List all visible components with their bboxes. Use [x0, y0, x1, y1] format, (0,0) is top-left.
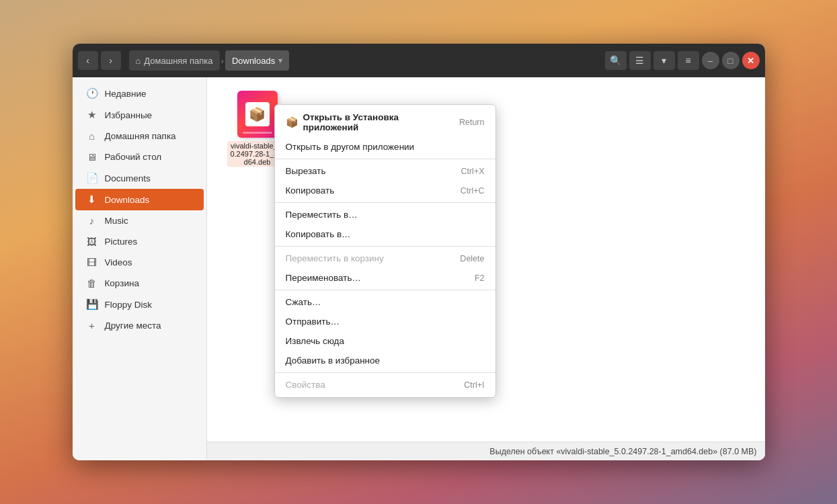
sidebar-item-other[interactable]: +Другие места [75, 315, 204, 336]
view-dropdown-button[interactable]: ▾ [653, 51, 675, 70]
recent-icon: 🕐 [86, 87, 98, 99]
sidebar-item-music[interactable]: ♪Music [75, 210, 204, 231]
ctx-label-send: Отправить… [286, 317, 340, 327]
ctx-label-rename: Переименовать… [286, 273, 361, 283]
menu-button[interactable]: ≡ [678, 51, 699, 70]
sidebar-label-trash: Корзина [105, 278, 139, 288]
sidebar-label-music: Music [105, 216, 128, 226]
file-manager-window: ‹ › ⌂ Домашняя папка › Downloads ▾ 🔍 ☰ ▾ [73, 44, 765, 460]
ctx-item-add-starred[interactable]: Добавить в избранное [275, 351, 495, 370]
ctx-item-rename[interactable]: Переименовать…F2 [275, 268, 495, 288]
ctx-label-compress: Сжать… [286, 297, 321, 307]
starred-icon: ★ [86, 109, 98, 121]
crumb-label: Downloads [232, 56, 275, 66]
ctx-label-cut: Вырезать [286, 166, 326, 176]
pictures-icon: 🖼 [86, 236, 98, 247]
ctx-shortcut-properties: Ctrl+I [464, 380, 484, 390]
ctx-label-properties: Свойства [286, 380, 325, 390]
deb-icon-inner: 📦 [245, 102, 270, 126]
ctx-item-send[interactable]: Отправить… [275, 312, 495, 331]
ctx-label-open-other: Открыть в другом приложении [286, 142, 415, 152]
ctx-shortcut-copy: Ctrl+C [461, 186, 485, 196]
list-view-button[interactable]: ☰ [629, 51, 651, 70]
context-menu: 📦Открыть в Установка приложенийReturnОтк… [274, 104, 496, 398]
sidebar-item-home[interactable]: ⌂Домашняя папка [75, 126, 204, 146]
sidebar-label-other: Другие места [105, 321, 161, 331]
sidebar-item-starred[interactable]: ★Избранные [75, 104, 204, 126]
status-text: Выделен объект «vivaldi-stable_5.0.2497.… [489, 447, 756, 456]
statusbar: Выделен объект «vivaldi-stable_5.0.2497.… [207, 442, 765, 460]
breadcrumb: ⌂ Домашняя папка › Downloads ▾ [129, 50, 362, 71]
deb-file-icon: 📦 [237, 91, 278, 138]
close-button[interactable]: ✕ [742, 52, 760, 69]
breadcrumb-separator: › [220, 56, 225, 66]
ctx-item-extract[interactable]: Извлечь сюда [275, 331, 495, 351]
other-icon: + [86, 320, 98, 331]
documents-icon: 📄 [86, 172, 98, 184]
ctx-label-extract: Извлечь сюда [286, 336, 344, 346]
sidebar-item-recent[interactable]: 🕐Недавние [75, 83, 204, 104]
sidebar-label-starred: Избранные [105, 110, 153, 120]
ctx-shortcut-cut: Ctrl+X [461, 167, 484, 176]
trash-icon: 🗑 [86, 278, 98, 289]
sidebar: 🕐Недавние★Избранные⌂Домашняя папка🖥Рабоч… [73, 77, 207, 460]
ctx-item-move-to[interactable]: Переместить в… [275, 205, 495, 224]
chevron-down-icon: ▾ [662, 55, 666, 66]
music-icon: ♪ [86, 215, 98, 226]
ctx-item-trash: Переместить в корзинуDelete [275, 249, 495, 268]
downloads-breadcrumb-button[interactable]: Downloads ▾ [225, 50, 289, 71]
sep2 [275, 202, 495, 203]
home-label: Домашняя папка [144, 56, 212, 66]
ctx-item-copy[interactable]: КопироватьCtrl+C [275, 181, 495, 200]
sidebar-item-trash[interactable]: 🗑Корзина [75, 273, 204, 294]
chevron-down-icon: ▾ [278, 56, 282, 65]
sidebar-label-desktop: Рабочий стол [105, 152, 162, 162]
sidebar-label-videos: Videos [105, 257, 132, 267]
sep4 [275, 290, 495, 290]
sidebar-item-downloads[interactable]: ⬇Downloads [75, 189, 204, 210]
hamburger-icon: ≡ [685, 55, 690, 66]
ctx-item-cut[interactable]: ВырезатьCtrl+X [275, 161, 495, 181]
home-icon: ⌂ [136, 56, 141, 66]
ctx-item-open-installer[interactable]: 📦Открыть в Установка приложенийReturn [275, 108, 495, 137]
sidebar-label-floppy: Floppy Disk [105, 300, 153, 310]
ctx-label-open-installer: Открыть в Установка приложений [303, 112, 454, 132]
ctx-shortcut-trash: Delete [460, 254, 484, 263]
list-view-icon: ☰ [635, 55, 644, 66]
ctx-item-compress[interactable]: Сжать… [275, 292, 495, 312]
sep3 [275, 246, 495, 247]
ctx-item-open-other[interactable]: Открыть в другом приложении [275, 137, 495, 157]
sep5 [275, 372, 495, 373]
sidebar-label-pictures: Pictures [105, 237, 138, 247]
sidebar-label-recent: Недавние [105, 89, 147, 99]
sidebar-item-documents[interactable]: 📄Documents [75, 167, 204, 189]
ctx-shortcut-open-installer: Return [459, 118, 485, 127]
sidebar-item-desktop[interactable]: 🖥Рабочий стол [75, 146, 204, 167]
content-area: 📦 vivaldi-stable_5.0.2497.28-1_amd64.deb… [207, 77, 765, 460]
home-icon: ⌂ [86, 130, 98, 142]
ctx-label-trash: Переместить в корзину [286, 253, 384, 263]
ctx-label-copy: Копировать [286, 185, 335, 196]
sidebar-item-pictures[interactable]: 🖼Pictures [75, 231, 204, 252]
search-button[interactable]: 🔍 [605, 51, 627, 70]
search-icon: 🔍 [610, 55, 621, 66]
ctx-item-copy-to[interactable]: Копировать в… [275, 224, 495, 244]
sidebar-label-home: Домашняя папка [105, 131, 176, 141]
sidebar-item-videos[interactable]: 🎞Videos [75, 252, 204, 273]
minimize-button[interactable]: – [702, 52, 719, 69]
sidebar-item-floppy[interactable]: 💾Floppy Disk [75, 294, 204, 315]
ctx-item-properties: СвойстваCtrl+I [275, 375, 495, 394]
forward-button[interactable]: › [101, 51, 121, 70]
downloads-icon: ⬇ [86, 194, 98, 206]
open-installer-icon: 📦 [286, 116, 298, 128]
maximize-button[interactable]: □ [722, 52, 740, 69]
ctx-label-move-to: Переместить в… [286, 210, 358, 220]
back-button[interactable]: ‹ [78, 51, 98, 70]
sidebar-label-downloads: Downloads [105, 195, 150, 205]
home-breadcrumb-button[interactable]: ⌂ Домашняя папка [129, 50, 220, 71]
titlebar: ‹ › ⌂ Домашняя папка › Downloads ▾ 🔍 ☰ ▾ [73, 44, 765, 77]
floppy-icon: 💾 [86, 298, 98, 310]
main-area: 🕐Недавние★Избранные⌂Домашняя папка🖥Рабоч… [73, 77, 765, 460]
videos-icon: 🎞 [86, 257, 98, 268]
ctx-shortcut-rename: F2 [475, 274, 485, 283]
